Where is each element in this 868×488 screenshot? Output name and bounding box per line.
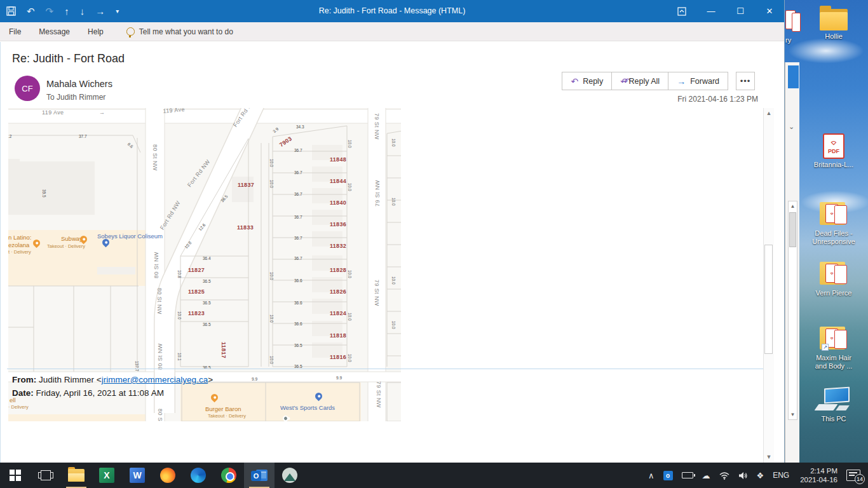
ribbon-display-options-button[interactable] — [667, 0, 696, 22]
desktop-icon-this-pc[interactable]: This PC — [810, 388, 858, 423]
map-label: 11824 — [330, 310, 346, 316]
map-label: ezolana — [8, 241, 29, 248]
volume-icon[interactable] — [738, 471, 748, 480]
background-window-fragment — [788, 65, 799, 88]
onedrive-cloud-icon[interactable]: ☁ — [702, 471, 710, 480]
map-label: 37.7 — [79, 134, 87, 139]
close-button[interactable]: ✕ — [755, 0, 784, 22]
taskbar-clock[interactable]: 2:14 PM 2021-04-16 — [800, 466, 837, 484]
taskbar-outlook[interactable]: O — [244, 463, 275, 488]
sender-avatar[interactable]: CF — [15, 76, 40, 101]
tab-file[interactable]: File — [0, 22, 30, 41]
map-label: 11817 — [220, 342, 227, 358]
email-link[interactable]: jrimmer@commercialyeg.ca — [102, 375, 208, 384]
map-label: 10.0 — [269, 159, 274, 167]
forward-button[interactable]: → Forward — [668, 72, 728, 90]
partial-desktop-icon[interactable] — [785, 10, 802, 34]
tell-me-box[interactable]: Tell me what you want to do — [126, 27, 233, 36]
desktop-icon-maxim-hair[interactable]: ⌔ ↗ Maxim Hair and Body ... — [810, 325, 858, 370]
map-label: 36.6 — [294, 278, 302, 283]
map-label: 10.0 — [177, 311, 182, 320]
taskbar-excel[interactable]: X — [92, 463, 122, 488]
scroll-up-icon[interactable]: ▲ — [789, 201, 797, 211]
language-indicator[interactable]: ENG — [773, 471, 789, 480]
dropbox-icon[interactable]: ❖ — [757, 471, 764, 480]
chevron-down-icon[interactable]: ⌄ — [789, 123, 794, 131]
reply-button[interactable]: ↶ Reply — [562, 72, 612, 90]
message-actions: ↶ Reply ↶↶ Reply All → Forward ••• — [562, 72, 755, 90]
tray-outlook-icon[interactable]: o — [663, 471, 673, 480]
map-label: → — [99, 109, 105, 116]
map-label: 80 St NW — [156, 288, 163, 315]
recipient-line[interactable]: To Judith Rimmer — [46, 93, 105, 102]
map-label: 36.7 — [294, 256, 302, 261]
reply-all-button[interactable]: ↶↶ Reply All — [611, 72, 668, 90]
map-label: 36.5 — [203, 322, 211, 327]
tray-expand-chevron-icon[interactable]: ∧ — [648, 471, 654, 480]
wifi-icon[interactable] — [719, 471, 729, 480]
icon-label2: and Body ... — [815, 362, 853, 370]
desktop-icon-vern-pierce[interactable]: ⌔ Vern Pierce — [810, 261, 858, 297]
screen: Hollie ⌔PDF Britannia-L... ⌔ Dead Files … — [0, 0, 868, 488]
map-label: 36.7 — [294, 215, 302, 219]
taskbar-chrome[interactable] — [214, 463, 244, 488]
maximize-button[interactable]: ☐ — [726, 0, 755, 22]
icon-label: Vern Pierce — [810, 289, 858, 297]
taskbar-mountain-app[interactable] — [275, 463, 305, 488]
background-scrollbar[interactable]: ▲ ▼ — [788, 201, 797, 420]
map-label: 11818 — [330, 332, 346, 339]
more-actions-button[interactable]: ••• — [736, 72, 755, 90]
start-button[interactable] — [0, 463, 31, 488]
task-view-button[interactable] — [31, 463, 61, 488]
taskbar-edge[interactable] — [183, 463, 214, 488]
sender-name[interactable]: Mahala Wichers — [46, 79, 112, 89]
map-label: 80 St NW — [157, 343, 163, 370]
taskbar-firefox[interactable] — [153, 463, 183, 488]
forward-arrow-icon: → — [677, 76, 686, 86]
scroll-thumb[interactable] — [789, 212, 796, 247]
background-window-sliver[interactable]: ⌄ ▲ ▼ — [785, 62, 799, 463]
map-label: Takeout · Delivery — [208, 413, 246, 419]
quoted-message-divider — [7, 369, 768, 369]
map-label: 137.7 — [135, 361, 139, 371]
battery-icon[interactable] — [682, 472, 693, 478]
message-scrollbar[interactable]: ▲ ▼ — [763, 108, 774, 463]
desktop-icon-britannia[interactable]: ⌔PDF Britannia-L... — [810, 133, 858, 169]
taskbar-word[interactable]: W — [122, 463, 153, 488]
map-label: 36.7 — [294, 148, 302, 152]
quoted-date-line: Date: Friday, April 16, 2021 at 11:08 AM — [12, 388, 164, 398]
map-label: Takeout · Delivery — [47, 243, 85, 249]
desktop-icon-dead-files[interactable]: ⌔ Dead Files - Unresponsive — [810, 201, 858, 246]
folder-pdf-shortcut-icon: ⌔ ↗ — [818, 325, 850, 352]
map-label: West's Sports Cards — [280, 404, 335, 411]
firefox-icon — [160, 468, 175, 483]
scroll-up-icon[interactable]: ▲ — [764, 108, 774, 119]
scroll-thumb[interactable] — [764, 245, 773, 354]
map-label: 10.0 — [348, 270, 352, 278]
clock-time: 2:14 PM — [800, 466, 837, 475]
map-label: 11826 — [330, 288, 346, 295]
map-label: 39.5 — [42, 189, 46, 198]
tab-help[interactable]: Help — [79, 22, 112, 41]
map-label: 10.0 — [391, 139, 396, 147]
taskbar-file-explorer[interactable] — [61, 463, 92, 488]
message-pane: Re: Judith - Fort Road CF Mahala Wichers… — [0, 42, 774, 463]
icon-label: Dead Files - — [815, 229, 852, 237]
map-label: t · Delivery — [8, 249, 31, 255]
title-bar[interactable]: ↶ ↷ ↑ ↓ → ▾ Re: Judith - Fort Road - Mes… — [0, 0, 784, 22]
minimize-button[interactable]: — — [696, 0, 726, 22]
scroll-down-icon[interactable]: ▼ — [764, 452, 774, 463]
notification-center-icon[interactable]: 14 — [846, 470, 860, 481]
desktop-icon-hollie[interactable]: Hollie — [810, 9, 858, 41]
shortcut-arrow-icon: ↗ — [822, 344, 829, 351]
map-label: Burger Baron — [205, 405, 241, 412]
map-label: 36.5 — [294, 343, 302, 348]
map-label: 11828 — [330, 267, 346, 273]
map-label: 10.0 — [348, 183, 352, 191]
tab-message[interactable]: Message — [30, 22, 79, 41]
map-label: 11832 — [330, 243, 346, 249]
map-label: 36.5 — [203, 301, 211, 305]
scroll-down-icon[interactable]: ▼ — [789, 410, 797, 419]
map-label: 10.0 — [269, 272, 274, 280]
map-label: 10.0 — [391, 321, 396, 329]
